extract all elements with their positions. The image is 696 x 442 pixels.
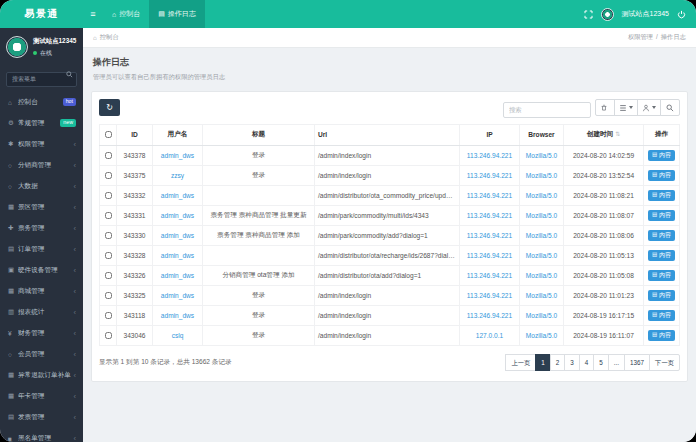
content-button[interactable]: ▤ 内容 — [648, 250, 675, 261]
cell-username-link[interactable]: zzsy — [153, 165, 203, 185]
page-button[interactable]: 3 — [564, 354, 580, 371]
page-button[interactable]: 2 — [550, 354, 566, 371]
cell-username-link[interactable]: admin_dws — [153, 145, 203, 165]
row-checkbox[interactable] — [105, 252, 112, 259]
search-icon[interactable] — [66, 71, 73, 78]
cell-browser-link[interactable]: Mozilla/5.0 — [520, 305, 564, 325]
column-header[interactable]: ID — [117, 124, 153, 145]
content-button[interactable]: ▤ 内容 — [648, 170, 675, 181]
content-button[interactable]: ▤ 内容 — [648, 290, 675, 301]
logout-power-icon[interactable] — [677, 10, 686, 19]
sidebar-item[interactable]: ○ 分销商管理 ‹ — [0, 155, 83, 176]
page-button[interactable]: 下一页 — [649, 354, 680, 371]
cell-ip-link[interactable]: 113.246.94.221 — [460, 185, 520, 205]
cell-browser-link[interactable]: Mozilla/5.0 — [520, 165, 564, 185]
refresh-button[interactable]: ↻ — [99, 99, 120, 116]
breadcrumb-left[interactable]: ⌂ 控制台 — [93, 33, 119, 42]
cell-username-link[interactable]: admin_dws — [153, 205, 203, 225]
cell-username-link[interactable]: admin_dws — [153, 305, 203, 325]
page-button[interactable]: 1 — [535, 354, 551, 371]
column-header[interactable]: 创建时间⇅ — [564, 124, 644, 145]
cell-ip-link[interactable]: 113.246.94.221 — [460, 145, 520, 165]
row-checkbox[interactable] — [105, 212, 112, 219]
cell-browser-link[interactable]: Mozilla/5.0 — [520, 245, 564, 265]
content-button[interactable]: ▤ 内容 — [648, 150, 675, 161]
table-search-input[interactable] — [503, 102, 591, 118]
column-header[interactable]: 用户名 — [153, 124, 203, 145]
cell-browser-link[interactable]: Mozilla/5.0 — [520, 225, 564, 245]
cell-browser-link[interactable]: Mozilla/5.0 — [520, 265, 564, 285]
sidebar-item[interactable]: ✚ 票务管理 ‹ — [0, 218, 83, 239]
cell-username-link[interactable]: admin_dws — [153, 185, 203, 205]
column-header[interactable]: Url — [315, 124, 460, 145]
cell-username-link[interactable]: admin_dws — [153, 285, 203, 305]
sidebar-item[interactable]: ■ 黑名单管理 ‹ — [0, 428, 83, 442]
sidebar-item[interactable]: ○ 大数据 ‹ — [0, 176, 83, 197]
sidebar-item[interactable]: ▥ 报表统计 ‹ — [0, 302, 83, 323]
cell-browser-link[interactable]: Mozilla/5.0 — [520, 205, 564, 225]
column-header[interactable]: Browser — [520, 124, 564, 145]
content-button[interactable]: ▤ 内容 — [648, 230, 675, 241]
cell-ip-link[interactable]: 113.246.94.221 — [460, 245, 520, 265]
content-button[interactable]: ▤ 内容 — [648, 210, 675, 221]
content-button[interactable]: ▤ 内容 — [648, 330, 675, 341]
sidebar-item[interactable]: ▦ 异常退款订单补单 ‹ — [0, 365, 83, 386]
sidebar-item[interactable]: ▦ 商城管理 ‹ — [0, 281, 83, 302]
row-checkbox[interactable] — [105, 172, 112, 179]
site-avatar[interactable] — [601, 8, 614, 21]
cell-browser-link[interactable]: Mozilla/5.0 — [520, 145, 564, 165]
sidebar-toggle-icon[interactable]: ≡ — [83, 0, 103, 28]
sidebar-item[interactable]: ▤ 订单管理 ‹ — [0, 239, 83, 260]
row-checkbox[interactable] — [105, 332, 112, 339]
cell-username-link[interactable]: admin_dws — [153, 245, 203, 265]
column-header[interactable]: 标题 — [203, 124, 315, 145]
page-button[interactable]: 5 — [593, 354, 609, 371]
sidebar-item[interactable]: ○ 会员管理 ‹ — [0, 344, 83, 365]
column-header[interactable]: IP — [460, 124, 520, 145]
page-button[interactable]: 上一页 — [505, 354, 536, 371]
cell-username-link[interactable]: admin_dws — [153, 265, 203, 285]
page-button[interactable]: 4 — [579, 354, 595, 371]
topbar-tab[interactable]: ⌂ 控制台 — [103, 0, 149, 28]
columns-toggle-button[interactable] — [614, 99, 638, 116]
export-button[interactable] — [637, 99, 661, 116]
content-button[interactable]: ▤ 内容 — [648, 270, 675, 281]
sidebar-item[interactable]: ▦ 年卡管理 ‹ — [0, 386, 83, 407]
cell-ip-link[interactable]: 127.0.0.1 — [460, 325, 520, 345]
row-checkbox[interactable] — [105, 292, 112, 299]
sidebar-item[interactable]: ▤ 发票管理 ‹ — [0, 407, 83, 428]
delete-button[interactable] — [595, 99, 615, 116]
cell-username-link[interactable]: cslq — [153, 325, 203, 345]
cell-browser-link[interactable]: Mozilla/5.0 — [520, 285, 564, 305]
site-name[interactable]: 测试站点12345 — [622, 9, 669, 19]
sidebar-item[interactable]: ⚙ 常规管理 new — [0, 113, 83, 134]
cell-ip-link[interactable]: 113.246.94.221 — [460, 305, 520, 325]
sidebar-item[interactable]: ▦ 景区管理 ‹ — [0, 197, 83, 218]
cell-ip-link[interactable]: 113.246.94.221 — [460, 205, 520, 225]
page-button[interactable]: 1367 — [624, 354, 650, 371]
content-button[interactable]: ▤ 内容 — [648, 190, 675, 201]
row-checkbox[interactable] — [105, 272, 112, 279]
cell-username-link[interactable]: admin_dws — [153, 225, 203, 245]
user-avatar[interactable] — [6, 36, 28, 58]
search-toggle-button[interactable] — [660, 99, 680, 116]
page-button[interactable]: ... — [608, 354, 625, 371]
cell-browser-link[interactable]: Mozilla/5.0 — [520, 325, 564, 345]
app-logo[interactable]: 易景通 — [0, 0, 83, 28]
select-all-checkbox[interactable] — [105, 131, 112, 138]
fullscreen-icon[interactable] — [584, 10, 593, 19]
cell-browser-link[interactable]: Mozilla/5.0 — [520, 185, 564, 205]
cell-ip-link[interactable]: 113.246.94.221 — [460, 225, 520, 245]
cell-ip-link[interactable]: 113.246.94.221 — [460, 265, 520, 285]
sidebar-item[interactable]: ✱ 权限管理 ‹ — [0, 134, 83, 155]
cell-ip-link[interactable]: 113.246.94.221 — [460, 165, 520, 185]
topbar-tab[interactable]: ▤ 操作日志 — [149, 0, 205, 28]
sort-icon[interactable]: ⇅ — [615, 131, 620, 137]
content-button[interactable]: ▤ 内容 — [648, 310, 675, 321]
column-header[interactable]: 操作 — [644, 124, 680, 145]
sidebar-item[interactable]: ▣ 硬件设备管理 ‹ — [0, 260, 83, 281]
row-checkbox[interactable] — [105, 312, 112, 319]
row-checkbox[interactable] — [105, 232, 112, 239]
cell-ip-link[interactable]: 113.246.94.221 — [460, 285, 520, 305]
row-checkbox[interactable] — [105, 152, 112, 159]
